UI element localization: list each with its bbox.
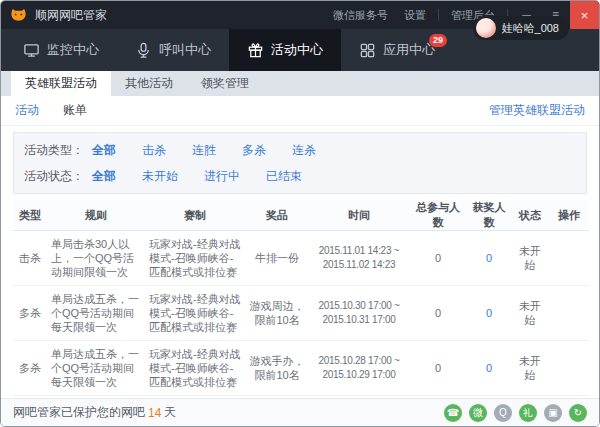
tabstrip: 英雄联盟活动 其他活动 领奖管理	[1, 71, 599, 96]
qq-icon[interactable]: Q	[494, 404, 512, 422]
nav-item-call-center[interactable]: 呼叫中心	[117, 29, 229, 71]
wechat-service-link[interactable]: 微信服务号	[325, 8, 396, 23]
filter-option[interactable]: 未开始	[142, 168, 178, 185]
filter-label: 活动状态：	[24, 168, 84, 185]
cell-action	[549, 341, 589, 396]
app-logo-icon	[9, 6, 28, 25]
column-header: 类型	[13, 200, 47, 231]
column-header: 状态	[511, 200, 549, 231]
monitor-icon	[23, 42, 40, 59]
winners-count-link[interactable]: 0	[486, 252, 492, 264]
filter-panel: 活动类型：全部击杀连胜多杀连杀活动状态：全部未开始进行中已结束	[13, 132, 587, 194]
filter-option[interactable]: 击杀	[142, 142, 166, 159]
nav-item-activity-center[interactable]: 活动中心	[229, 29, 341, 71]
nav-label: 呼叫中心	[159, 41, 211, 59]
time-line: 2015.11.02 14:23	[313, 258, 405, 272]
settings-link[interactable]: 设置	[396, 8, 434, 23]
cell-format: 玩家对战-经典对战模式-召唤师峡谷-匹配模式或排位赛	[145, 231, 245, 286]
filter-option[interactable]: 多杀	[242, 142, 266, 159]
nav-item-monitor-center[interactable]: 监控中心	[5, 29, 117, 71]
refresh-icon[interactable]: ↻	[569, 404, 587, 422]
table-row: 多杀单局达成五杀，一个QQ号活动期间每天限领一次玩家对战-经典对战模式-召唤师峡…	[13, 286, 589, 341]
headset-icon[interactable]: ☎	[444, 404, 462, 422]
protection-text: 网吧管家已保护您的网吧	[13, 404, 145, 421]
cell-participants: 0	[409, 341, 467, 396]
cell-winners: 0	[467, 341, 511, 396]
content: 活动 账单 管理英雄联盟活动 活动类型：全部击杀连胜多杀连杀活动状态：全部未开始…	[1, 96, 599, 398]
filter-option[interactable]: 连杀	[292, 142, 316, 159]
cell-time: 2015.10.30 17:00 ~2015.10.31 17:00	[309, 286, 409, 341]
filter-option[interactable]: 全部	[92, 142, 116, 159]
app-window: 顺网网吧管家 微信服务号 设置 管理后台 ─ ≡ × 监控中心 呼叫中心	[0, 0, 600, 427]
filter-label: 活动类型：	[24, 142, 84, 159]
manage-lol-activities-link[interactable]: 管理英雄联盟活动	[489, 102, 585, 119]
time-line: 2015.10.31 17:00	[313, 313, 405, 327]
cell-rule: 单局击杀30人以上，一个QQ号活动期间限领一次	[47, 231, 145, 286]
cell-winners: 0	[467, 231, 511, 286]
time-line: 2015.10.28 17:00 ~	[313, 354, 405, 368]
cell-format: 玩家对战-经典对战模式-召唤师峡谷-匹配模式或排位赛	[145, 341, 245, 396]
column-header: 赛制	[145, 200, 245, 231]
avatar	[476, 18, 496, 38]
activities-table: 类型 规则 赛制 奖品 时间 总参与人数 获奖人数 状态 操作 击杀单局击杀30…	[13, 200, 589, 398]
activities-table-wrap: 类型 规则 赛制 奖品 时间 总参与人数 获奖人数 状态 操作 击杀单局击杀30…	[1, 200, 599, 398]
cell-participants: 0	[409, 286, 467, 341]
nav-label: 监控中心	[47, 41, 99, 59]
tab-prize-management[interactable]: 领奖管理	[187, 71, 263, 96]
winners-count-link[interactable]: 0	[486, 362, 492, 374]
nav-item-app-center[interactable]: 应用中心 29	[341, 29, 453, 71]
gift-icon	[247, 42, 264, 59]
cell-rule: 单局达成五杀，一个QQ号活动期间每天限领一次	[47, 286, 145, 341]
column-header: 规则	[47, 200, 145, 231]
close-button[interactable]: ×	[570, 1, 599, 29]
table-row: 多杀单局达成五杀，一个QQ号活动期间每天限领一次玩家对战-经典对战模式-召唤师峡…	[13, 341, 589, 396]
filter-option[interactable]: 进行中	[204, 168, 240, 185]
column-header: 总参与人数	[409, 200, 467, 231]
time-line: 2015.10.30 17:00 ~	[313, 299, 405, 313]
filter-row: 活动类型：全部击杀连胜多杀连杀	[24, 137, 576, 163]
table-row: 击杀单局击杀30人以上，一个QQ号活动期间限领一次玩家对战-经典对战模式-召唤师…	[13, 231, 589, 286]
microphone-icon	[135, 42, 152, 59]
time-line: 2015.11.01 14:23 ~	[313, 244, 405, 258]
column-header: 操作	[549, 200, 589, 231]
cell-action	[549, 286, 589, 341]
subnav-item-bills[interactable]: 账单	[63, 102, 87, 119]
cell-type: 击杀	[13, 231, 47, 286]
cell-time: 2015.11.01 14:23 ~2015.11.02 14:23	[309, 231, 409, 286]
protection-days: 14	[148, 406, 161, 420]
protection-suffix: 天	[164, 404, 176, 421]
app-center-badge: 29	[429, 34, 447, 47]
cell-type: 多杀	[13, 341, 47, 396]
cell-status: 未开始	[511, 286, 549, 341]
filter-option[interactable]: 连胜	[192, 142, 216, 159]
tab-lol-activities[interactable]: 英雄联盟活动	[11, 71, 111, 96]
cell-rule: 单局达成五杀，一个QQ号活动期间每天限领一次	[47, 341, 145, 396]
cell-participants: 0	[409, 231, 467, 286]
subnav-item-activities[interactable]: 活动	[15, 102, 39, 119]
filter-option[interactable]: 全部	[92, 168, 116, 185]
user-name: 娃哈哈_008	[502, 21, 559, 36]
column-header: 时间	[309, 200, 409, 231]
divider	[438, 9, 439, 21]
cell-prize: 游戏手办，限前10名	[245, 341, 309, 396]
winners-count-link[interactable]: 0	[486, 307, 492, 319]
cell-prize: 游戏周边，限前10名	[245, 286, 309, 341]
cell-type: 多杀	[13, 286, 47, 341]
cell-time: 2015.10.28 17:00 ~2015.10.29 17:00	[309, 341, 409, 396]
wechat-icon[interactable]: 微	[469, 404, 487, 422]
subnav: 活动 账单 管理英雄联盟活动	[1, 96, 599, 126]
gift-icon[interactable]: 礼	[519, 404, 537, 422]
time-line: 2015.10.29 17:00	[313, 368, 405, 382]
monitor-icon[interactable]: ▣	[544, 404, 562, 422]
filter-row: 活动状态：全部未开始进行中已结束	[24, 163, 576, 189]
column-header: 获奖人数	[467, 200, 511, 231]
cell-action	[549, 231, 589, 286]
table-header-row: 类型 规则 赛制 奖品 时间 总参与人数 获奖人数 状态 操作	[13, 200, 589, 231]
filter-option[interactable]: 已结束	[266, 168, 302, 185]
app-title: 顺网网吧管家	[35, 7, 107, 24]
user-chip[interactable]: 娃哈哈_008	[473, 16, 569, 40]
cell-status: 未开始	[511, 231, 549, 286]
tab-other-activities[interactable]: 其他活动	[111, 71, 187, 96]
cell-status: 未开始	[511, 341, 549, 396]
cell-winners: 0	[467, 286, 511, 341]
